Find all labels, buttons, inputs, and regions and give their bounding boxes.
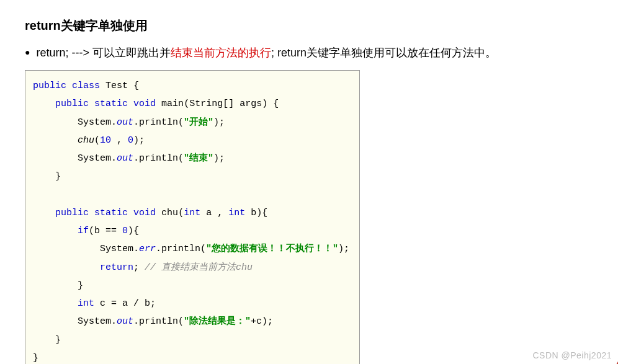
brace-open: { xyxy=(128,81,139,91)
kw-int: int xyxy=(184,208,200,218)
sig-chu-sep: a , xyxy=(200,208,228,218)
out: out xyxy=(117,316,133,327)
num-10: 10 xyxy=(100,135,111,146)
str-result: "除法结果是：" xyxy=(184,316,251,327)
out: out xyxy=(117,153,133,164)
err: err xyxy=(139,244,156,254)
code-block: public class Test { public static void m… xyxy=(25,70,360,364)
str-end: "结束" xyxy=(184,153,213,164)
num-0: 0 xyxy=(128,135,133,146)
system: System xyxy=(78,153,111,164)
chu-call: chu xyxy=(78,135,94,146)
return-tail: ; xyxy=(133,262,139,273)
class-name: Test xyxy=(105,81,128,91)
kw-class: class xyxy=(72,81,100,91)
method-chu: chu xyxy=(161,208,178,218)
kw-public: public xyxy=(55,99,89,109)
kw-if: if xyxy=(78,226,89,236)
bullet-text: return; ---> 可以立即跳出并结束当前方法的执行; return关键字… xyxy=(36,45,496,60)
open-paren: ( xyxy=(94,135,100,146)
if-tail: ){ xyxy=(128,226,139,236)
plus-c: +c); xyxy=(251,316,273,327)
kw-return: return xyxy=(100,262,133,273)
expr-c: c = a / b; xyxy=(94,298,156,309)
page-title: return关键字单独使用 xyxy=(0,0,618,40)
sep: , xyxy=(111,135,128,146)
close: ); xyxy=(213,153,225,164)
bullet-suffix: ; return关键字单独使用可以放在任何方法中。 xyxy=(271,47,496,59)
out: out xyxy=(117,117,133,128)
println: .println( xyxy=(133,153,184,164)
brace-close: } xyxy=(55,335,61,345)
watermark: CSDN @Peihj2021 xyxy=(532,350,612,360)
system: System xyxy=(78,316,111,327)
if-cond: (b == xyxy=(89,226,122,236)
bullet-highlight: 结束当前方法的执行 xyxy=(171,47,271,59)
str-warn: "您的数据有误！！不执行！！" xyxy=(206,244,338,254)
kw-static: static xyxy=(94,99,128,109)
brace-close: } xyxy=(78,280,83,291)
kw-int: int xyxy=(228,208,245,218)
kw-void: void xyxy=(133,99,156,109)
brace-close: } xyxy=(33,353,38,363)
kw-void: void xyxy=(133,208,156,218)
kw-public: public xyxy=(33,81,66,91)
close-paren: ); xyxy=(133,135,145,146)
comment: // 直接结束当前方法chu xyxy=(139,262,253,273)
str-start: "开始" xyxy=(184,117,213,128)
sig-chu-tail: b){ xyxy=(245,208,267,218)
sig-main: (String[] args) { xyxy=(184,99,279,109)
println: .println( xyxy=(133,117,184,128)
explanation-bullet: ● return; ---> 可以立即跳出并结束当前方法的执行; return关… xyxy=(0,40,618,70)
bullet-icon: ● xyxy=(25,48,30,56)
brace-close: } xyxy=(55,171,61,182)
num-0: 0 xyxy=(122,226,128,236)
kw-int: int xyxy=(78,298,94,309)
close: ); xyxy=(213,117,225,128)
kw-static: static xyxy=(94,208,128,218)
close: ); xyxy=(338,244,349,254)
system: System xyxy=(78,117,111,128)
system: System xyxy=(100,244,133,254)
println: .println( xyxy=(133,316,184,327)
println: .println( xyxy=(156,244,206,254)
sig-chu-open: ( xyxy=(178,208,184,218)
method-main: main xyxy=(161,99,184,109)
bullet-prefix: return; ---> 可以立即跳出并 xyxy=(36,47,171,59)
corner-decoration xyxy=(614,349,618,364)
kw-public: public xyxy=(55,208,89,218)
